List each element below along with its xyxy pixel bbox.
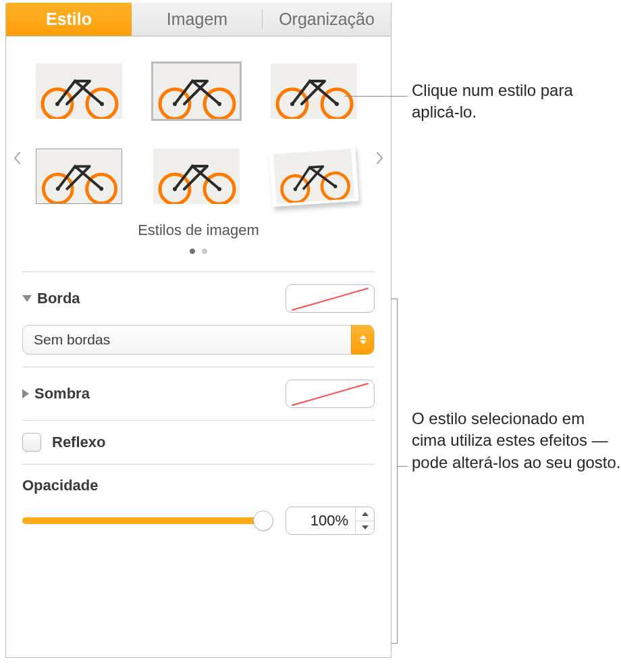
style-thumbnail[interactable]	[271, 149, 357, 204]
shadow-preview-swatch[interactable]	[286, 380, 375, 408]
style-thumbnail[interactable]	[271, 63, 357, 119]
callout-styles: Clique num estilo para aplicá-lo.	[412, 80, 614, 124]
callout-leader-line	[344, 96, 408, 97]
svg-point-3	[55, 102, 59, 106]
style-thumbnail[interactable]	[36, 63, 122, 119]
svg-point-23	[173, 187, 177, 191]
style-thumbnail[interactable]	[153, 63, 240, 119]
select-stepper-icon	[351, 325, 374, 355]
svg-point-19	[99, 187, 103, 191]
tab-arrange[interactable]: Organização	[263, 3, 391, 36]
tab-style[interactable]: Estilo	[6, 3, 132, 36]
callout-bracket	[392, 299, 398, 299]
callout-text: O estilo selecionado em cima utiliza est…	[412, 409, 621, 471]
border-preview-swatch[interactable]	[286, 284, 375, 313]
svg-point-9	[217, 102, 221, 106]
slider-knob[interactable]	[253, 511, 273, 531]
border-disclosure[interactable]: Borda	[22, 290, 80, 307]
opacity-section: Opacidade	[6, 465, 391, 547]
border-style-select[interactable]: Sem bordas	[22, 325, 375, 355]
border-select-value: Sem bordas	[34, 332, 110, 348]
style-gallery	[36, 63, 361, 204]
gallery-page-dots	[33, 244, 364, 257]
svg-point-13	[290, 102, 294, 106]
svg-point-24	[217, 187, 221, 191]
callout-effects: O estilo selecionado em cima utiliza est…	[412, 408, 621, 473]
tab-image-label: Imagem	[167, 9, 227, 29]
page-dot[interactable]	[202, 249, 207, 254]
reflection-section: Reflexo	[6, 421, 391, 464]
opacity-value-input[interactable]	[286, 507, 355, 534]
opacity-slider[interactable]	[22, 517, 271, 524]
svg-point-8	[173, 102, 177, 106]
chevron-right-icon	[22, 389, 29, 398]
reflection-label: Reflexo	[52, 434, 105, 451]
stepper-up-button[interactable]	[356, 507, 374, 521]
format-inspector-panel: Estilo Imagem Organização Estilos de ima…	[5, 3, 392, 658]
callout-leader-line	[397, 466, 408, 467]
shadow-label: Sombra	[34, 385, 90, 403]
gallery-next-button[interactable]	[373, 145, 387, 172]
tab-style-label: Estilo	[46, 9, 92, 29]
callout-bracket	[392, 643, 398, 644]
svg-point-14	[335, 102, 339, 106]
page-dot[interactable]	[190, 249, 195, 254]
shadow-disclosure[interactable]: Sombra	[22, 385, 90, 403]
tab-arrange-label: Organização	[279, 9, 375, 29]
chevron-down-icon	[22, 295, 32, 302]
reflection-checkbox[interactable]	[22, 433, 41, 452]
style-thumbnail[interactable]	[153, 149, 240, 204]
gallery-prev-button[interactable]	[10, 145, 24, 172]
tab-image[interactable]: Imagem	[132, 3, 263, 36]
svg-point-4	[100, 102, 104, 106]
border-section: Borda Sem bordas	[6, 272, 391, 367]
style-gallery-section: Estilos de imagem	[6, 36, 391, 272]
style-thumbnail[interactable]	[36, 149, 122, 204]
callout-text: Clique num estilo para aplicá-lo.	[412, 81, 573, 121]
callout-bracket	[397, 299, 398, 643]
svg-point-18	[56, 187, 60, 191]
shadow-section: Sombra	[6, 367, 391, 420]
opacity-spinner[interactable]	[286, 507, 375, 535]
border-label: Borda	[37, 290, 80, 307]
gallery-title: Estilos de imagem	[33, 222, 364, 239]
stepper-down-button[interactable]	[356, 521, 374, 535]
tab-bar: Estilo Imagem Organização	[6, 3, 391, 36]
opacity-label: Opacidade	[22, 477, 98, 494]
